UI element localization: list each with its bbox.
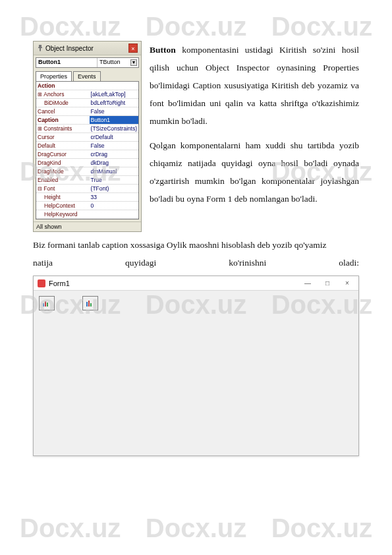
property-name: Font <box>36 185 90 192</box>
close-button[interactable]: × <box>128 44 138 53</box>
toolbar-button[interactable] <box>82 296 98 310</box>
component-placeholder[interactable] <box>331 441 352 453</box>
component-placeholder[interactable] <box>185 380 206 392</box>
component-placeholder[interactable] <box>101 296 123 310</box>
property-name: Height <box>36 193 90 201</box>
component-placeholder[interactable] <box>39 320 60 332</box>
property-row[interactable]: HelpContext0 <box>36 202 138 210</box>
component-placeholder[interactable] <box>185 411 206 423</box>
property-row[interactable]: Font(TFont) <box>36 185 138 193</box>
component-placeholder[interactable] <box>75 441 96 453</box>
component-placeholder[interactable] <box>112 380 133 392</box>
component-placeholder[interactable] <box>294 350 316 362</box>
property-value[interactable]: Button1 <box>90 116 138 124</box>
property-value[interactable]: True <box>90 176 138 184</box>
property-name: DragMode <box>36 167 90 175</box>
component-placeholder[interactable] <box>39 380 60 392</box>
component-placeholder[interactable] <box>112 350 133 362</box>
component-placeholder[interactable] <box>39 350 60 362</box>
component-placeholder[interactable] <box>57 296 80 310</box>
maximize-button[interactable]: □ <box>318 277 337 290</box>
chart-icon <box>86 299 95 307</box>
component-placeholder[interactable] <box>75 380 96 392</box>
component-placeholder[interactable] <box>331 411 352 423</box>
minimize-button[interactable]: — <box>298 277 318 290</box>
property-grid[interactable]: ActionAnchors[akLeft,akTop]BiDiModebdLef… <box>36 81 139 219</box>
component-placeholder[interactable] <box>331 380 352 392</box>
component-placeholder[interactable] <box>39 441 60 453</box>
property-row[interactable]: DragCursorcrDrag <box>36 150 138 159</box>
property-value[interactable]: crDrag <box>90 150 138 158</box>
component-placeholder[interactable] <box>112 411 133 423</box>
component-placeholder[interactable] <box>148 350 169 362</box>
property-row[interactable]: Anchors[akLeft,akTop] <box>36 90 138 99</box>
component-placeholder[interactable] <box>221 441 242 453</box>
component-placeholder[interactable] <box>258 350 279 362</box>
component-placeholder[interactable] <box>39 411 60 423</box>
property-value[interactable]: crDefault <box>90 133 138 141</box>
component-type: TButton <box>99 59 121 65</box>
form-titlebar: Form1 — □ × <box>34 276 358 291</box>
toolbar-button[interactable] <box>39 296 55 310</box>
property-row[interactable]: EnabledTrue <box>36 176 138 185</box>
component-selector[interactable]: Button1 TButton ▼ <box>36 57 139 68</box>
close-button[interactable]: × <box>337 277 357 290</box>
component-placeholder[interactable] <box>258 380 279 392</box>
component-placeholder[interactable] <box>294 380 316 392</box>
component-placeholder[interactable] <box>294 441 316 453</box>
property-row[interactable]: DefaultFalse <box>36 142 138 150</box>
property-row[interactable]: Height33 <box>36 193 138 202</box>
property-row[interactable]: Constraints(TSizeConstraints) <box>36 125 138 133</box>
component-placeholder[interactable] <box>148 411 169 423</box>
component-placeholder[interactable] <box>331 350 352 362</box>
property-row[interactable]: BiDiModebdLeftToRight <box>36 99 138 107</box>
component-placeholder[interactable] <box>148 320 169 332</box>
property-row[interactable]: CancelFalse <box>36 107 138 116</box>
property-row[interactable]: DragKinddkDrag <box>36 159 138 167</box>
property-name: DragKind <box>36 159 90 167</box>
component-placeholder[interactable] <box>148 380 169 392</box>
property-value[interactable]: 33 <box>90 193 138 201</box>
component-placeholder[interactable] <box>258 411 279 423</box>
property-row[interactable]: Action <box>36 82 138 90</box>
component-placeholder[interactable] <box>221 350 242 362</box>
property-value[interactable] <box>90 82 138 90</box>
component-placeholder[interactable] <box>294 411 316 423</box>
property-value[interactable]: dmManual <box>90 167 138 175</box>
property-name: Constraints <box>36 125 90 132</box>
component-placeholder[interactable] <box>221 320 242 332</box>
component-placeholder[interactable] <box>112 320 133 332</box>
property-value[interactable]: False <box>90 107 138 115</box>
component-placeholder[interactable] <box>75 411 96 423</box>
property-row[interactable]: CaptionButton1 <box>36 116 138 125</box>
component-placeholder[interactable] <box>331 320 352 332</box>
property-value[interactable]: False <box>90 142 138 150</box>
component-placeholder[interactable] <box>148 441 169 453</box>
form-design-surface[interactable] <box>34 291 358 455</box>
property-value[interactable]: 0 <box>90 202 138 210</box>
tab-properties[interactable]: Properties <box>36 71 72 81</box>
property-row[interactable]: CursorcrDefault <box>36 133 138 142</box>
tab-events[interactable]: Events <box>73 71 101 81</box>
property-row[interactable]: DragModedmManual <box>36 167 138 176</box>
property-row[interactable]: HelpKeyword <box>36 210 138 219</box>
dropdown-arrow-icon[interactable]: ▼ <box>130 59 137 66</box>
component-placeholder[interactable] <box>185 350 206 362</box>
chart-icon <box>42 299 51 307</box>
component-placeholder[interactable] <box>75 320 96 332</box>
property-value[interactable]: (TFont) <box>90 185 138 192</box>
property-value[interactable]: [akLeft,akTop] <box>90 90 138 98</box>
component-placeholder[interactable] <box>185 441 206 453</box>
component-placeholder[interactable] <box>221 411 242 423</box>
component-placeholder[interactable] <box>294 320 316 332</box>
component-placeholder[interactable] <box>221 380 242 392</box>
component-placeholder[interactable] <box>75 350 96 362</box>
property-value[interactable] <box>90 210 138 218</box>
component-placeholder[interactable] <box>258 320 279 332</box>
property-value[interactable]: dkDrag <box>90 159 138 167</box>
component-placeholder[interactable] <box>258 441 279 453</box>
component-placeholder[interactable] <box>185 320 206 332</box>
component-placeholder[interactable] <box>112 441 133 453</box>
property-value[interactable]: (TSizeConstraints) <box>90 125 138 132</box>
property-value[interactable]: bdLeftToRight <box>90 99 138 107</box>
